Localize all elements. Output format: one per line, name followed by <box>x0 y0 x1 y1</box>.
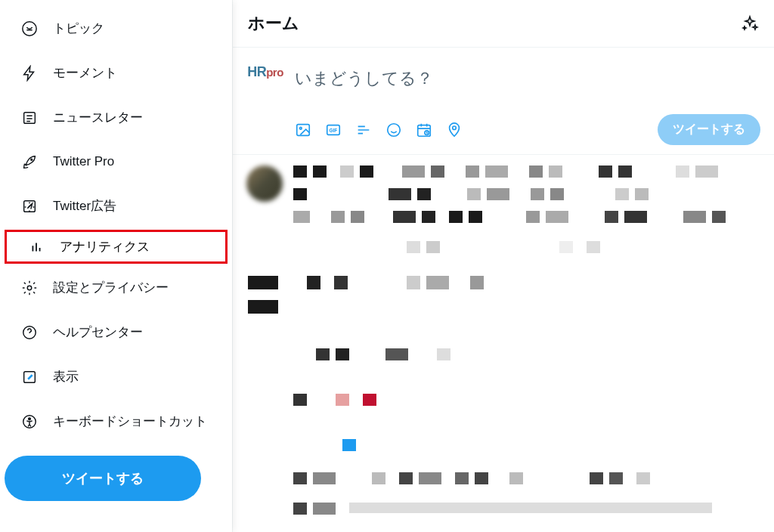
svg-rect-8 <box>297 124 310 135</box>
ads-icon <box>21 198 38 215</box>
svg-point-3 <box>27 286 32 290</box>
sidebar-item-label: Twitter広告 <box>53 197 116 215</box>
sidebar-item-moments[interactable]: モーメント <box>0 51 232 95</box>
sidebar-item-label: ヘルプセンター <box>53 323 143 341</box>
feed-avatar[interactable] <box>246 165 283 202</box>
emoji-icon[interactable] <box>385 122 402 138</box>
gif-icon[interactable]: GIF <box>325 122 342 138</box>
sidebar-item-twitter-pro[interactable]: Twitter Pro <box>0 140 232 184</box>
sidebar-item-display[interactable]: 表示 <box>0 354 232 399</box>
svg-text:GIF: GIF <box>330 128 338 133</box>
feed-post <box>246 276 760 318</box>
feed-content-blurred <box>293 165 760 258</box>
rocket-icon <box>21 153 38 170</box>
media-icon[interactable] <box>295 122 311 138</box>
timeline-header: ホーム <box>233 0 774 48</box>
feed-post <box>246 348 760 519</box>
sparkle-icon[interactable] <box>741 14 759 32</box>
gear-icon <box>21 280 38 296</box>
hrpro-logo: HRpro <box>247 64 283 80</box>
main-column: ホーム HRpro いまどうしてる？ GIF <box>232 0 774 532</box>
tweet-button-compose[interactable]: ツイートする <box>658 114 760 145</box>
sidebar-item-label: アナリティクス <box>60 238 150 255</box>
sidebar-item-label: Twitter Pro <box>53 154 114 169</box>
analytics-icon <box>28 239 45 255</box>
feed-content-blurred <box>293 348 760 519</box>
accessibility-icon <box>21 413 38 430</box>
svg-point-7 <box>29 417 31 419</box>
topics-icon <box>21 20 38 37</box>
sidebar-item-newsletters[interactable]: ニュースレター <box>0 95 232 140</box>
compose-toolbar: GIF ツイートする <box>295 114 760 145</box>
svg-point-12 <box>388 123 401 136</box>
sidebar-item-twitter-ads[interactable]: Twitter広告 <box>0 184 232 228</box>
sidebar-item-keyboard[interactable]: キーボードショートカット <box>0 399 232 444</box>
sidebar-item-label: 表示 <box>53 368 79 385</box>
sidebar-item-topics[interactable]: トピック <box>0 6 232 51</box>
compose-box: HRpro いまどうしてる？ GIF <box>233 48 774 155</box>
moments-icon <box>21 65 38 82</box>
svg-point-15 <box>453 125 457 129</box>
newsletters-icon <box>21 110 38 126</box>
sidebar-item-label: トピック <box>53 20 104 37</box>
svg-point-9 <box>299 127 302 129</box>
page-title: ホーム <box>248 12 299 35</box>
profile-avatar[interactable]: HRpro <box>246 64 284 81</box>
sidebar-item-label: 設定とプライバシー <box>53 279 169 296</box>
sidebar-item-help[interactable]: ヘルプセンター <box>0 310 232 354</box>
timeline-feed <box>233 155 774 532</box>
tweet-button-sidebar[interactable]: ツイートする <box>5 456 201 501</box>
location-icon[interactable] <box>446 122 463 138</box>
svg-point-1 <box>31 159 33 160</box>
feed-post <box>246 165 760 258</box>
sidebar-item-label: キーボードショートカット <box>53 413 207 430</box>
feed-content-blurred <box>293 276 760 318</box>
schedule-icon[interactable] <box>416 122 432 138</box>
sidebar-item-analytics[interactable]: アナリティクス <box>5 230 228 264</box>
sidebar-item-label: モーメント <box>53 64 117 82</box>
display-icon <box>21 369 38 385</box>
help-icon <box>21 324 38 341</box>
sidebar-item-label: ニュースレター <box>53 109 143 126</box>
sidebar-item-settings[interactable]: 設定とプライバシー <box>0 265 232 310</box>
sidebar-menu: トピック モーメント ニュースレター Twitter Pro Twitter広告… <box>0 0 232 532</box>
poll-icon[interactable] <box>355 122 372 138</box>
compose-placeholder[interactable]: いまどうしてる？ <box>295 60 760 114</box>
